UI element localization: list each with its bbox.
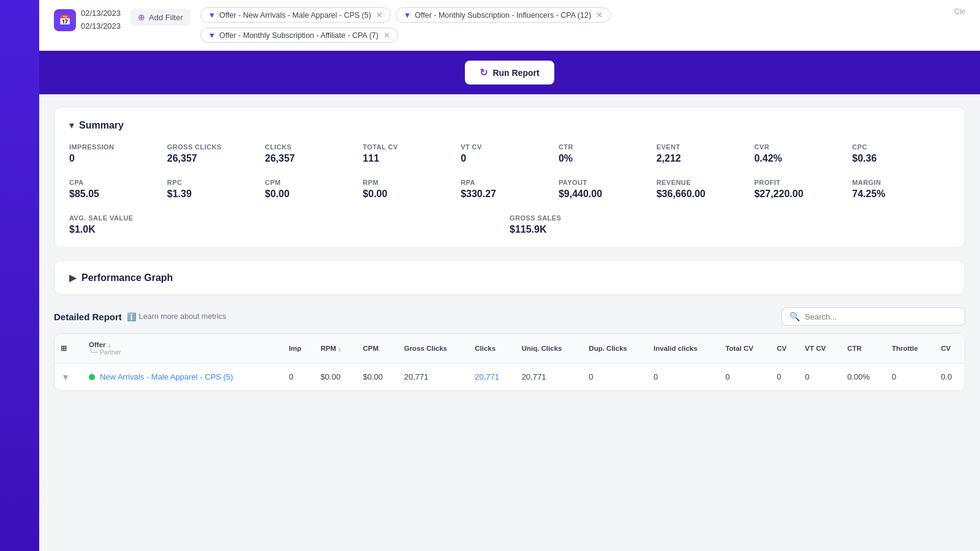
add-filter-button[interactable]: ⊕ Add Filter — [130, 9, 190, 26]
filter-funnel-icon-1: ▼ — [208, 11, 216, 20]
run-report-bar: ↻ Run Report — [39, 51, 980, 94]
add-filter-icon: ⊕ — [138, 12, 145, 22]
metric-value-2: 26,357 — [265, 153, 363, 164]
col-uniq-clicks: Uniq. Clicks — [516, 334, 583, 364]
metric-label-1: GROSS CLICKS — [167, 143, 265, 151]
filter-tag-1: ▼ Offer - New Arrivals - Male Apparel - … — [200, 7, 391, 23]
metric-value-3: 111 — [363, 153, 461, 164]
col-select: ⊞ — [55, 334, 83, 364]
metric-item-metrics-row-1-8: CPC $0.36 — [852, 143, 950, 164]
metric-label-6: REVENUE — [657, 179, 755, 186]
top-right-label: Cle — [954, 7, 965, 16]
search-box-wrapper: 🔍 — [782, 307, 965, 326]
refresh-icon: ↻ — [480, 67, 488, 78]
filter-remove-3[interactable]: ✕ — [383, 31, 390, 40]
detailed-report-title: Detailed Report — [54, 312, 122, 322]
metrics-grid: IMPRESSION 0 GROSS CLICKS 26,357 CLICKS … — [69, 143, 950, 235]
summary-section: ▾ Summary IMPRESSION 0 GROSS CLICKS 26,3… — [54, 107, 965, 248]
metric-item-metrics-row-2-5: PAYOUT $9,440.00 — [559, 179, 657, 200]
metric-item-metrics-row-2-3: RPM $0.00 — [363, 179, 461, 200]
col-clicks: Clicks — [469, 334, 515, 364]
add-filter-label: Add Filter — [149, 13, 183, 22]
col-offer[interactable]: Offer ↓ └─ Partner — [83, 334, 283, 364]
row-ctr-0: 0.00% — [841, 364, 886, 391]
col-throttle: Throttle — [886, 334, 935, 364]
filter-remove-2[interactable]: ✕ — [596, 10, 603, 20]
detailed-report-section: Detailed Report ℹ️ Learn more about metr… — [54, 307, 965, 391]
metric-value-8: $0.36 — [852, 153, 950, 164]
metric-label-2: CPM — [265, 179, 363, 186]
main-content: 📅 02/13/2023 02/13/2023 ⊕ Add Filter ▼ O… — [39, 0, 980, 551]
col-imp: Imp — [283, 334, 315, 364]
offer-name-0[interactable]: New Arrivals - Male Apparel - CPS (5) — [100, 372, 233, 381]
metric-item-metrics-row-3-0: AVG. SALE VALUE $1.0K — [69, 214, 510, 235]
col-ctr: CTR — [841, 334, 886, 364]
metric-item-metrics-row-2-2: CPM $0.00 — [265, 179, 363, 200]
summary-title: Summary — [79, 120, 124, 131]
metric-label-3: RPM — [363, 179, 461, 186]
filter-tag-2: ▼ Offer - Monthly Subscription - Influen… — [396, 7, 611, 23]
metric-label-0: CPA — [69, 179, 167, 186]
metrics-row-3: AVG. SALE VALUE $1.0K GROSS SALES $115.9… — [69, 214, 950, 235]
detailed-report-table: ⊞ Offer ↓ └─ Partner Imp — [55, 334, 965, 391]
performance-graph-header[interactable]: ▶ Performance Graph — [69, 272, 950, 283]
row-gross-clicks-0: 20,771 — [398, 364, 469, 391]
metric-item-metrics-row-2-4: RPA $330.27 — [461, 179, 559, 200]
metric-item-metrics-row-1-6: EVENT 2,212 — [657, 143, 755, 164]
col-offer-sort-icon: ↓ — [108, 341, 111, 348]
search-icon: 🔍 — [790, 312, 800, 321]
metric-label-4: VT CV — [461, 143, 559, 151]
table-header: ⊞ Offer ↓ └─ Partner Imp — [55, 334, 965, 364]
learn-metrics-label: Learn more about metrics — [139, 312, 226, 321]
filter-remove-1[interactable]: ✕ — [376, 10, 383, 20]
row-uniq-clicks-0: 20,771 — [516, 364, 583, 391]
col-vt-cv: VT CV — [799, 334, 841, 364]
metrics-row-1: IMPRESSION 0 GROSS CLICKS 26,357 CLICKS … — [69, 143, 950, 164]
metric-label-1: RPC — [167, 179, 265, 186]
metric-value-0: $85.05 — [69, 189, 167, 200]
metric-value-1: 26,357 — [167, 153, 265, 164]
date-to: 02/13/2023 — [81, 20, 121, 33]
row-expand-btn-0[interactable]: ▾ — [61, 372, 70, 382]
metric-item-metrics-row-1-4: VT CV 0 — [461, 143, 559, 164]
metric-value-7: $27,220.00 — [754, 189, 852, 200]
learn-metrics-link[interactable]: ℹ️ Learn more about metrics — [127, 312, 226, 321]
filter-funnel-icon-2: ▼ — [404, 11, 411, 20]
summary-header[interactable]: ▾ Summary — [69, 119, 950, 131]
run-report-button[interactable]: ↻ Run Report — [465, 61, 554, 84]
calendar-icon: 📅 — [54, 9, 76, 31]
metric-item-metrics-row-2-7: PROFIT $27,220.00 — [754, 179, 852, 200]
metric-item-metrics-row-2-8: MARGIN 74.25% — [852, 179, 950, 200]
row-vt-cv-0: 0 — [799, 364, 841, 391]
col-rpm[interactable]: RPM↓ — [314, 334, 356, 364]
metric-label-5: PAYOUT — [559, 179, 657, 186]
metric-label-8: CPC — [852, 143, 950, 151]
metric-label-0: AVG. SALE VALUE — [69, 214, 510, 222]
row-imp-0: 0 — [283, 364, 315, 391]
metric-item-metrics-row-2-6: REVENUE $36,660.00 — [657, 179, 755, 200]
row-offer-cell-0: New Arrivals - Male Apparel - CPS (5) — [83, 364, 283, 391]
col-invalid-clicks: Invalid clicks — [647, 334, 719, 364]
metric-value-4: $330.27 — [461, 189, 559, 200]
metric-label-1: GROSS SALES — [510, 214, 950, 222]
performance-graph-section: ▶ Performance Graph — [54, 260, 965, 295]
metric-item-metrics-row-1-5: CTR 0% — [559, 143, 657, 164]
metric-label-7: PROFIT — [754, 179, 852, 186]
col-cv: CV — [771, 334, 799, 364]
metric-item-metrics-row-3-1: GROSS SALES $115.9K — [510, 214, 950, 235]
search-input[interactable] — [805, 312, 957, 321]
metrics-row-2: CPA $85.05 RPC $1.39 CPM $0.00 RPM $0.00… — [69, 179, 950, 200]
metric-value-5: $9,440.00 — [559, 189, 657, 200]
col-cpm: CPM — [357, 334, 398, 364]
row-cv2-0: 0.0 — [935, 364, 965, 391]
metric-value-5: 0% — [559, 153, 657, 164]
filter-label-1: Offer - New Arrivals - Male Apparel - CP… — [219, 11, 371, 20]
metric-label-7: CVR — [754, 143, 852, 151]
table-body: ▾ New Arrivals - Male Apparel - CPS (5) … — [55, 364, 965, 391]
metric-item-metrics-row-1-2: CLICKS 26,357 — [265, 143, 363, 164]
metric-value-0: 0 — [69, 153, 167, 164]
metric-value-1: $115.9K — [510, 224, 950, 235]
filter-row-1: ▼ Offer - New Arrivals - Male Apparel - … — [200, 7, 944, 23]
row-throttle-0: 0 — [886, 364, 935, 391]
date-range: 02/13/2023 02/13/2023 — [81, 7, 121, 33]
